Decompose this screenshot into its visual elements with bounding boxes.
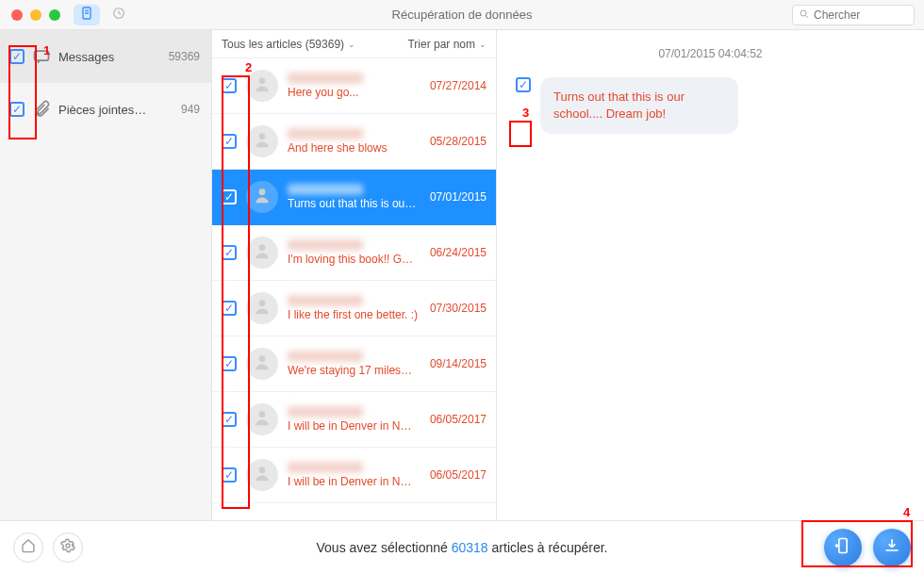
row-text: And here she blows — [288, 128, 421, 155]
person-icon — [253, 297, 272, 319]
row-text: I will be in Denver in N… — [288, 462, 421, 488]
conversation-row[interactable]: And here she blows05/28/2015 — [212, 114, 496, 170]
titlebar: Récupération de données — [0, 0, 924, 30]
recover-to-computer-button[interactable] — [873, 529, 911, 566]
row-checkbox[interactable] — [222, 356, 237, 371]
row-checkbox[interactable] — [222, 412, 237, 427]
row-text: Here you go... — [288, 73, 421, 99]
conversation-row[interactable]: I will be in Denver in N…06/05/2017 — [212, 448, 496, 503]
message-preview: I'm loving this book!! G… — [288, 253, 420, 266]
footer-status-text: Vous avez sélectionné 60318 articles à r… — [317, 540, 608, 555]
person-icon — [253, 74, 272, 97]
conversation-row[interactable]: Turns out that this is ou…07/01/2015 — [212, 170, 496, 225]
contact-name-redacted — [288, 73, 363, 84]
message-preview: And here she blows — [288, 141, 420, 155]
row-checkbox[interactable] — [222, 78, 237, 93]
message-preview: Here you go... — [288, 86, 420, 99]
device-export-icon — [833, 536, 852, 559]
search-icon — [799, 7, 810, 24]
svg-point-8 — [259, 300, 266, 306]
sidebar-item-attachments[interactable]: Pièces jointes… 949 — [0, 83, 211, 136]
row-text: Turns out that this is ou… — [288, 184, 421, 210]
message-row: Turns out that this is our school.... Dr… — [516, 77, 905, 134]
recover-to-device-button[interactable] — [824, 529, 862, 566]
svg-point-11 — [259, 467, 266, 473]
sidebar-item-messages[interactable]: Messages 59369 — [0, 30, 211, 83]
document-icon — [79, 6, 94, 25]
conversation-row[interactable]: I will be in Denver in N…06/05/2017 — [212, 392, 496, 448]
person-icon — [253, 408, 272, 431]
svg-rect-13 — [839, 538, 847, 552]
svg-point-4 — [259, 77, 266, 84]
avatar — [246, 181, 278, 213]
toolbar-mode-switch — [74, 5, 132, 25]
row-checkbox[interactable] — [222, 301, 237, 316]
status-prefix: Vous avez sélectionné — [317, 540, 452, 555]
download-icon — [883, 536, 901, 559]
avatar — [246, 125, 278, 157]
person-icon — [253, 352, 272, 375]
footer-bar: Vous avez sélectionné 60318 articles à r… — [0, 520, 924, 573]
search-input[interactable] — [814, 8, 908, 22]
message-preview: I like the first one better. :) — [288, 308, 420, 321]
message-preview: We're staying 17 miles… — [288, 364, 420, 377]
person-icon — [253, 464, 272, 486]
settings-button[interactable] — [53, 532, 83, 563]
row-text: I will be in Denver in N… — [288, 406, 421, 433]
minimize-window-button[interactable] — [30, 9, 41, 21]
conversation-row[interactable]: Here you go...07/27/2014 — [212, 58, 496, 114]
row-checkbox[interactable] — [222, 134, 237, 149]
svg-point-12 — [66, 544, 70, 548]
avatar — [246, 70, 278, 102]
filter-dropdown[interactable]: Tous les articles (59369) ⌄ — [222, 38, 355, 51]
category-checkbox[interactable] — [9, 49, 25, 64]
message-date: 07/01/2015 — [430, 190, 487, 204]
sync-mode-button[interactable] — [106, 5, 132, 25]
attachment-icon — [32, 100, 51, 119]
conversation-list: Here you go...07/27/2014And here she blo… — [212, 58, 496, 520]
row-text: We're staying 17 miles… — [288, 351, 421, 377]
home-icon — [21, 538, 36, 557]
sort-dropdown[interactable]: Trier par nom ⌄ — [407, 38, 487, 51]
data-mode-button[interactable] — [74, 5, 100, 25]
contact-name-redacted — [288, 295, 363, 306]
sort-label: Trier par nom — [407, 38, 475, 51]
svg-point-10 — [259, 411, 266, 417]
message-preview-pane: 07/01/2015 04:04:52 Turns out that this … — [497, 30, 924, 520]
conversation-row[interactable]: We're staying 17 miles…09/14/2015 — [212, 336, 496, 392]
zoom-window-button[interactable] — [49, 9, 60, 21]
search-box[interactable] — [792, 5, 915, 25]
row-checkbox[interactable] — [222, 245, 237, 260]
person-icon — [253, 186, 272, 208]
conversation-list-pane: Tous les articles (59369) ⌄ Trier par no… — [212, 30, 497, 520]
avatar — [246, 403, 278, 435]
message-checkbox[interactable] — [516, 77, 531, 92]
message-bubble: Turns out that this is our school.... Dr… — [540, 77, 738, 134]
svg-point-5 — [259, 133, 266, 139]
list-header: Tous les articles (59369) ⌄ Trier par no… — [212, 30, 496, 58]
gear-icon — [60, 538, 75, 557]
contact-name-redacted — [288, 184, 363, 195]
row-checkbox[interactable] — [222, 467, 237, 483]
contact-name-redacted — [288, 128, 363, 139]
footer-left-controls — [13, 532, 83, 563]
close-window-button[interactable] — [11, 9, 23, 21]
conversation-row[interactable]: I'm loving this book!! G…06/24/2015 — [212, 225, 496, 281]
window-title: Récupération de données — [392, 8, 533, 22]
home-button[interactable] — [13, 532, 43, 563]
person-icon — [253, 130, 272, 153]
avatar — [246, 237, 278, 269]
row-text: I like the first one better. :) — [288, 295, 421, 321]
sidebar-item-label: Messages — [58, 50, 161, 64]
message-date: 06/05/2017 — [430, 468, 487, 482]
row-checkbox[interactable] — [222, 189, 237, 205]
message-date: 07/27/2014 — [430, 79, 487, 92]
category-checkbox[interactable] — [9, 102, 25, 117]
contact-name-redacted — [288, 239, 363, 251]
sidebar-item-label: Pièces jointes… — [58, 103, 173, 117]
contact-name-redacted — [288, 462, 363, 473]
conversation-row[interactable]: I like the first one better. :)07/30/201… — [212, 281, 496, 336]
message-date: 05/28/2015 — [430, 135, 487, 148]
chevron-down-icon: ⌄ — [479, 40, 487, 49]
sidebar-item-count: 59369 — [169, 50, 200, 63]
